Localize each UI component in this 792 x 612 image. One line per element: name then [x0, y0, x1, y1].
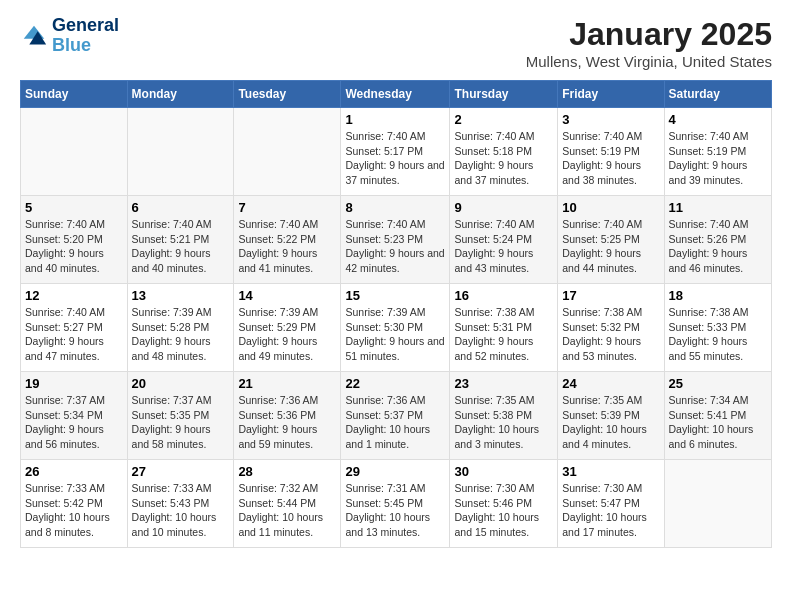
calendar-cell: 27Sunrise: 7:33 AM Sunset: 5:43 PM Dayli… — [127, 460, 234, 548]
calendar-cell: 11Sunrise: 7:40 AM Sunset: 5:26 PM Dayli… — [664, 196, 771, 284]
day-info: Sunrise: 7:30 AM Sunset: 5:46 PM Dayligh… — [454, 481, 553, 540]
day-number: 30 — [454, 464, 553, 479]
day-number: 29 — [345, 464, 445, 479]
day-info: Sunrise: 7:30 AM Sunset: 5:47 PM Dayligh… — [562, 481, 659, 540]
day-number: 11 — [669, 200, 767, 215]
day-info: Sunrise: 7:40 AM Sunset: 5:25 PM Dayligh… — [562, 217, 659, 276]
day-info: Sunrise: 7:34 AM Sunset: 5:41 PM Dayligh… — [669, 393, 767, 452]
day-info: Sunrise: 7:35 AM Sunset: 5:39 PM Dayligh… — [562, 393, 659, 452]
logo: General Blue — [20, 16, 119, 56]
day-info: Sunrise: 7:36 AM Sunset: 5:36 PM Dayligh… — [238, 393, 336, 452]
subtitle: Mullens, West Virginia, United States — [526, 53, 772, 70]
calendar-cell: 30Sunrise: 7:30 AM Sunset: 5:46 PM Dayli… — [450, 460, 558, 548]
day-header-sunday: Sunday — [21, 81, 128, 108]
day-info: Sunrise: 7:39 AM Sunset: 5:28 PM Dayligh… — [132, 305, 230, 364]
header: General Blue January 2025 Mullens, West … — [20, 16, 772, 70]
day-info: Sunrise: 7:40 AM Sunset: 5:22 PM Dayligh… — [238, 217, 336, 276]
calendar-cell: 25Sunrise: 7:34 AM Sunset: 5:41 PM Dayli… — [664, 372, 771, 460]
day-number: 26 — [25, 464, 123, 479]
day-info: Sunrise: 7:40 AM Sunset: 5:20 PM Dayligh… — [25, 217, 123, 276]
main-title: January 2025 — [526, 16, 772, 53]
logo-icon — [20, 22, 48, 50]
day-info: Sunrise: 7:39 AM Sunset: 5:30 PM Dayligh… — [345, 305, 445, 364]
day-info: Sunrise: 7:40 AM Sunset: 5:17 PM Dayligh… — [345, 129, 445, 188]
calendar-cell: 8Sunrise: 7:40 AM Sunset: 5:23 PM Daylig… — [341, 196, 450, 284]
day-number: 9 — [454, 200, 553, 215]
week-row-4: 26Sunrise: 7:33 AM Sunset: 5:42 PM Dayli… — [21, 460, 772, 548]
day-number: 5 — [25, 200, 123, 215]
day-number: 19 — [25, 376, 123, 391]
day-info: Sunrise: 7:35 AM Sunset: 5:38 PM Dayligh… — [454, 393, 553, 452]
day-number: 12 — [25, 288, 123, 303]
day-info: Sunrise: 7:40 AM Sunset: 5:19 PM Dayligh… — [562, 129, 659, 188]
week-row-0: 1Sunrise: 7:40 AM Sunset: 5:17 PM Daylig… — [21, 108, 772, 196]
day-number: 1 — [345, 112, 445, 127]
day-number: 13 — [132, 288, 230, 303]
day-number: 15 — [345, 288, 445, 303]
day-number: 16 — [454, 288, 553, 303]
day-info: Sunrise: 7:33 AM Sunset: 5:43 PM Dayligh… — [132, 481, 230, 540]
day-header-friday: Friday — [558, 81, 664, 108]
calendar-cell: 10Sunrise: 7:40 AM Sunset: 5:25 PM Dayli… — [558, 196, 664, 284]
day-number: 20 — [132, 376, 230, 391]
calendar-cell: 13Sunrise: 7:39 AM Sunset: 5:28 PM Dayli… — [127, 284, 234, 372]
logo-text: General Blue — [52, 16, 119, 56]
calendar-cell — [664, 460, 771, 548]
calendar-cell: 15Sunrise: 7:39 AM Sunset: 5:30 PM Dayli… — [341, 284, 450, 372]
calendar-cell: 3Sunrise: 7:40 AM Sunset: 5:19 PM Daylig… — [558, 108, 664, 196]
day-info: Sunrise: 7:31 AM Sunset: 5:45 PM Dayligh… — [345, 481, 445, 540]
calendar-cell: 31Sunrise: 7:30 AM Sunset: 5:47 PM Dayli… — [558, 460, 664, 548]
day-number: 6 — [132, 200, 230, 215]
day-header-tuesday: Tuesday — [234, 81, 341, 108]
calendar-cell: 17Sunrise: 7:38 AM Sunset: 5:32 PM Dayli… — [558, 284, 664, 372]
week-row-3: 19Sunrise: 7:37 AM Sunset: 5:34 PM Dayli… — [21, 372, 772, 460]
day-number: 14 — [238, 288, 336, 303]
calendar-cell: 12Sunrise: 7:40 AM Sunset: 5:27 PM Dayli… — [21, 284, 128, 372]
day-info: Sunrise: 7:40 AM Sunset: 5:21 PM Dayligh… — [132, 217, 230, 276]
day-info: Sunrise: 7:38 AM Sunset: 5:31 PM Dayligh… — [454, 305, 553, 364]
title-area: January 2025 Mullens, West Virginia, Uni… — [526, 16, 772, 70]
calendar-cell — [234, 108, 341, 196]
calendar-cell: 29Sunrise: 7:31 AM Sunset: 5:45 PM Dayli… — [341, 460, 450, 548]
day-number: 2 — [454, 112, 553, 127]
day-header-monday: Monday — [127, 81, 234, 108]
day-number: 18 — [669, 288, 767, 303]
day-number: 10 — [562, 200, 659, 215]
day-info: Sunrise: 7:38 AM Sunset: 5:33 PM Dayligh… — [669, 305, 767, 364]
day-header-wednesday: Wednesday — [341, 81, 450, 108]
day-number: 22 — [345, 376, 445, 391]
header-row: SundayMondayTuesdayWednesdayThursdayFrid… — [21, 81, 772, 108]
calendar-cell: 1Sunrise: 7:40 AM Sunset: 5:17 PM Daylig… — [341, 108, 450, 196]
calendar-cell: 19Sunrise: 7:37 AM Sunset: 5:34 PM Dayli… — [21, 372, 128, 460]
day-number: 28 — [238, 464, 336, 479]
day-number: 31 — [562, 464, 659, 479]
calendar-cell: 23Sunrise: 7:35 AM Sunset: 5:38 PM Dayli… — [450, 372, 558, 460]
day-number: 4 — [669, 112, 767, 127]
day-info: Sunrise: 7:40 AM Sunset: 5:26 PM Dayligh… — [669, 217, 767, 276]
day-number: 25 — [669, 376, 767, 391]
day-info: Sunrise: 7:36 AM Sunset: 5:37 PM Dayligh… — [345, 393, 445, 452]
week-row-2: 12Sunrise: 7:40 AM Sunset: 5:27 PM Dayli… — [21, 284, 772, 372]
day-info: Sunrise: 7:37 AM Sunset: 5:35 PM Dayligh… — [132, 393, 230, 452]
calendar-cell: 18Sunrise: 7:38 AM Sunset: 5:33 PM Dayli… — [664, 284, 771, 372]
calendar-cell: 22Sunrise: 7:36 AM Sunset: 5:37 PM Dayli… — [341, 372, 450, 460]
day-info: Sunrise: 7:40 AM Sunset: 5:23 PM Dayligh… — [345, 217, 445, 276]
day-number: 8 — [345, 200, 445, 215]
day-header-thursday: Thursday — [450, 81, 558, 108]
calendar-cell: 28Sunrise: 7:32 AM Sunset: 5:44 PM Dayli… — [234, 460, 341, 548]
day-info: Sunrise: 7:40 AM Sunset: 5:18 PM Dayligh… — [454, 129, 553, 188]
day-number: 3 — [562, 112, 659, 127]
calendar-cell: 26Sunrise: 7:33 AM Sunset: 5:42 PM Dayli… — [21, 460, 128, 548]
day-info: Sunrise: 7:32 AM Sunset: 5:44 PM Dayligh… — [238, 481, 336, 540]
week-row-1: 5Sunrise: 7:40 AM Sunset: 5:20 PM Daylig… — [21, 196, 772, 284]
day-info: Sunrise: 7:37 AM Sunset: 5:34 PM Dayligh… — [25, 393, 123, 452]
calendar-cell — [127, 108, 234, 196]
day-number: 7 — [238, 200, 336, 215]
calendar-table: SundayMondayTuesdayWednesdayThursdayFrid… — [20, 80, 772, 548]
day-number: 23 — [454, 376, 553, 391]
day-header-saturday: Saturday — [664, 81, 771, 108]
day-info: Sunrise: 7:39 AM Sunset: 5:29 PM Dayligh… — [238, 305, 336, 364]
day-number: 17 — [562, 288, 659, 303]
day-number: 27 — [132, 464, 230, 479]
day-info: Sunrise: 7:38 AM Sunset: 5:32 PM Dayligh… — [562, 305, 659, 364]
